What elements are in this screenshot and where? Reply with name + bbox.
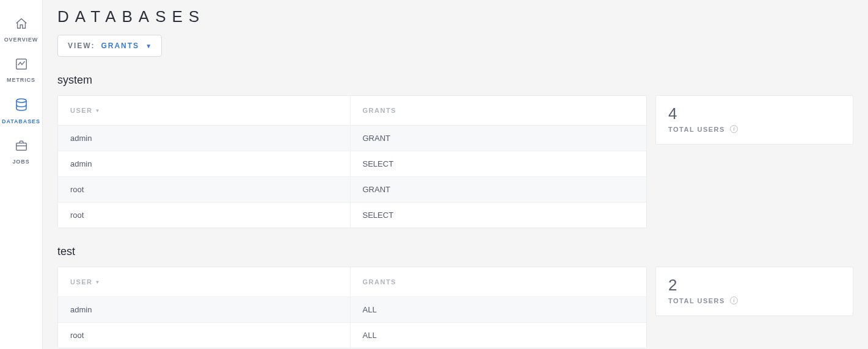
table-row: root ALL — [58, 323, 646, 348]
sidebar-item-databases[interactable]: DATABASES — [0, 92, 42, 133]
grants-table: USER▼ GRANTS admin GRANT — [57, 95, 647, 228]
main-content: DATABASES VIEW: GRANTS ▼ system USER▼ — [43, 0, 868, 349]
sort-indicator-icon: ▼ — [95, 279, 101, 285]
column-header-user[interactable]: USER▼ — [58, 267, 350, 297]
sidebar-item-overview[interactable]: OVERVIEW — [0, 11, 42, 51]
database-icon — [14, 104, 29, 114]
view-selector-value: GRANTS — [101, 41, 139, 50]
cell-grant: GRANT — [350, 126, 646, 151]
sort-indicator-icon: ▼ — [95, 108, 101, 113]
cell-grant: SELECT — [350, 203, 646, 228]
total-users-card: 2 TOTAL USERS i — [655, 267, 853, 316]
cell-grant: SELECT — [350, 151, 646, 177]
table-row: root SELECT — [58, 203, 646, 228]
table-row: root GRANT — [58, 177, 646, 203]
svg-point-1 — [16, 99, 26, 103]
table-row: admin GRANT — [58, 126, 646, 151]
info-icon[interactable]: i — [730, 297, 738, 304]
total-users-label: TOTAL USERS — [668, 297, 725, 304]
view-selector-label: VIEW: — [68, 41, 95, 50]
sidebar-item-label: METRICS — [0, 77, 42, 83]
database-name: test — [57, 245, 853, 258]
cell-grant: GRANT — [350, 177, 646, 203]
table-row: admin ALL — [58, 297, 646, 323]
column-header-grants[interactable]: GRANTS — [350, 267, 646, 297]
total-users-count: 4 — [668, 106, 841, 121]
cell-user: admin — [58, 126, 350, 151]
sidebar-item-label: JOBS — [0, 159, 42, 165]
sidebar-item-label: OVERVIEW — [0, 37, 42, 43]
grants-table: USER▼ GRANTS admin ALL — [57, 267, 647, 348]
database-name: system — [57, 74, 853, 87]
view-selector[interactable]: VIEW: GRANTS ▼ — [57, 35, 162, 57]
column-header-user[interactable]: USER▼ — [58, 96, 350, 126]
page-title: DATABASES — [57, 7, 853, 26]
info-icon[interactable]: i — [730, 125, 738, 133]
metrics-icon — [15, 62, 28, 73]
total-users-card: 4 TOTAL USERS i — [655, 95, 853, 145]
svg-rect-2 — [16, 143, 26, 150]
home-icon — [15, 22, 28, 32]
cell-user: admin — [58, 151, 350, 177]
database-section-test: test USER▼ GRANTS — [57, 245, 853, 348]
sidebar-item-label: DATABASES — [0, 118, 42, 124]
briefcase-icon — [15, 144, 28, 154]
total-users-count: 2 — [668, 277, 841, 293]
cell-user: admin — [58, 297, 350, 323]
database-section-system: system USER▼ GRANTS — [57, 74, 853, 228]
cell-user: root — [58, 323, 350, 348]
sidebar-item-jobs[interactable]: JOBS — [0, 133, 42, 173]
sidebar: OVERVIEW METRICS DATABASES JOBS — [0, 0, 43, 349]
cell-grant: ALL — [350, 297, 646, 323]
column-header-grants[interactable]: GRANTS — [350, 96, 646, 126]
sidebar-item-metrics[interactable]: METRICS — [0, 51, 42, 92]
cell-user: root — [58, 203, 350, 228]
total-users-label: TOTAL USERS — [668, 126, 725, 133]
table-row: admin SELECT — [58, 151, 646, 177]
caret-down-icon: ▼ — [145, 43, 151, 49]
cell-user: root — [58, 177, 350, 203]
cell-grant: ALL — [350, 323, 646, 348]
